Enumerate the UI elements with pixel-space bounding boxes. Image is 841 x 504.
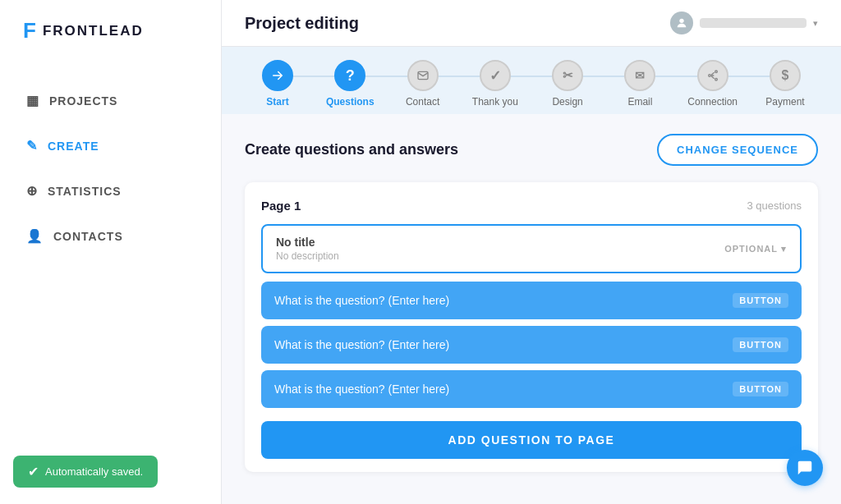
logo-text: FRONTLEAD	[43, 23, 144, 39]
step-bar: Start ? Questions Contact ✓ Thank you ✂ …	[222, 47, 841, 114]
sidebar: F FRONTLEAD ▦ PROJECTS ✎ CREATE ⊕ STATIS…	[0, 0, 222, 504]
step-contact[interactable]: Contact	[390, 60, 456, 108]
sidebar-item-label: CREATE	[48, 140, 99, 153]
sidebar-item-projects[interactable]: ▦ PROJECTS	[0, 78, 221, 123]
main-content: Project editing ▾ Start ? Questions	[222, 0, 841, 504]
check-icon: ✔	[28, 464, 39, 479]
chat-bubble-button[interactable]	[787, 450, 823, 486]
chevron-down-icon: ▾	[781, 244, 787, 254]
no-title-left: No title No description	[276, 236, 339, 262]
step-label-connection: Connection	[687, 96, 738, 108]
svg-point-3	[708, 75, 710, 77]
question-row[interactable]: What is the question? (Enter here) BUTTO…	[261, 370, 802, 408]
no-description-text: No description	[276, 250, 339, 262]
optional-label: OPTIONAL	[724, 244, 778, 254]
step-label-email: Email	[627, 96, 652, 108]
svg-point-2	[715, 71, 717, 73]
step-circle-contact	[407, 60, 439, 91]
question-text-1: What is the question? (Enter here)	[274, 294, 449, 307]
contacts-icon: 👤	[26, 228, 44, 244]
sidebar-item-label: PROJECTS	[49, 94, 117, 108]
step-circle-questions: ?	[334, 60, 365, 91]
step-label-start: Start	[266, 96, 288, 108]
step-label-questions: Questions	[326, 96, 375, 108]
main-header: Project editing ▾	[222, 0, 841, 47]
optional-badge: OPTIONAL ▾	[724, 244, 787, 254]
sidebar-item-contacts[interactable]: 👤 CONTACTS	[0, 213, 221, 259]
change-sequence-button[interactable]: CHANGE SEQUENCE	[657, 134, 818, 166]
sidebar-logo: F FRONTLEAD	[0, 0, 221, 62]
logo-icon: F	[23, 18, 34, 44]
page-card: Page 1 3 questions No title No descripti…	[245, 182, 818, 472]
step-circle-start	[262, 60, 293, 91]
content-area: Create questions and answers CHANGE SEQU…	[222, 114, 841, 504]
question-type-2: BUTTON	[733, 337, 788, 352]
step-circle-payment: $	[770, 60, 801, 91]
user-area[interactable]: ▾	[670, 11, 818, 34]
step-payment[interactable]: $ Payment	[752, 60, 818, 108]
page-title: Project editing	[245, 14, 359, 33]
step-label-design: Design	[552, 96, 582, 108]
content-title: Create questions and answers	[245, 141, 458, 158]
page-card-title: Page 1	[261, 199, 301, 213]
page-card-count: 3 questions	[747, 199, 802, 212]
question-row[interactable]: What is the question? (Enter here) BUTTO…	[261, 326, 802, 364]
avatar	[670, 11, 693, 34]
page-card-header: Page 1 3 questions	[261, 199, 802, 213]
step-design[interactable]: ✂ Design	[535, 60, 600, 108]
sidebar-item-label: STATISTICS	[48, 185, 122, 198]
question-text-2: What is the question? (Enter here)	[274, 338, 449, 351]
question-text-3: What is the question? (Enter here)	[274, 383, 449, 396]
step-circle-thankyou: ✓	[480, 60, 511, 91]
step-start[interactable]: Start	[245, 60, 310, 108]
sidebar-item-statistics[interactable]: ⊕ STATISTICS	[0, 168, 221, 213]
no-title-box[interactable]: No title No description OPTIONAL ▾	[261, 224, 802, 273]
step-questions[interactable]: ? Questions	[317, 60, 383, 108]
step-label-payment: Payment	[765, 96, 804, 108]
step-connection[interactable]: Connection	[680, 60, 746, 108]
step-label-contact: Contact	[406, 96, 439, 108]
sidebar-item-label: CONTACTS	[53, 230, 123, 243]
statistics-icon: ⊕	[26, 183, 38, 199]
step-email[interactable]: ✉ Email	[607, 60, 673, 108]
step-circle-connection	[697, 60, 728, 91]
content-header: Create questions and answers CHANGE SEQU…	[245, 134, 818, 166]
question-row[interactable]: What is the question? (Enter here) BUTTO…	[261, 282, 802, 319]
create-icon: ✎	[26, 138, 38, 153]
add-question-button[interactable]: ADD QUESTION TO PAGE	[261, 421, 802, 459]
step-thankyou[interactable]: ✓ Thank you	[462, 60, 528, 108]
sidebar-item-create[interactable]: ✎ CREATE	[0, 123, 221, 168]
sidebar-nav: ▦ PROJECTS ✎ CREATE ⊕ STATISTICS 👤 CONTA…	[0, 62, 221, 275]
projects-icon: ▦	[26, 93, 39, 108]
step-label-thankyou: Thank you	[472, 96, 518, 108]
auto-save-text: Automatically saved.	[45, 465, 143, 478]
question-type-1: BUTTON	[733, 293, 788, 308]
user-email-blur	[700, 18, 807, 28]
svg-point-0	[679, 19, 683, 23]
auto-save-banner: ✔ Automatically saved.	[13, 456, 158, 488]
question-type-3: BUTTON	[733, 382, 788, 396]
step-circle-design: ✂	[552, 60, 583, 91]
no-title-text: No title	[276, 236, 339, 249]
step-circle-email: ✉	[624, 60, 655, 91]
chevron-down-icon: ▾	[813, 18, 818, 29]
svg-point-4	[715, 78, 717, 80]
